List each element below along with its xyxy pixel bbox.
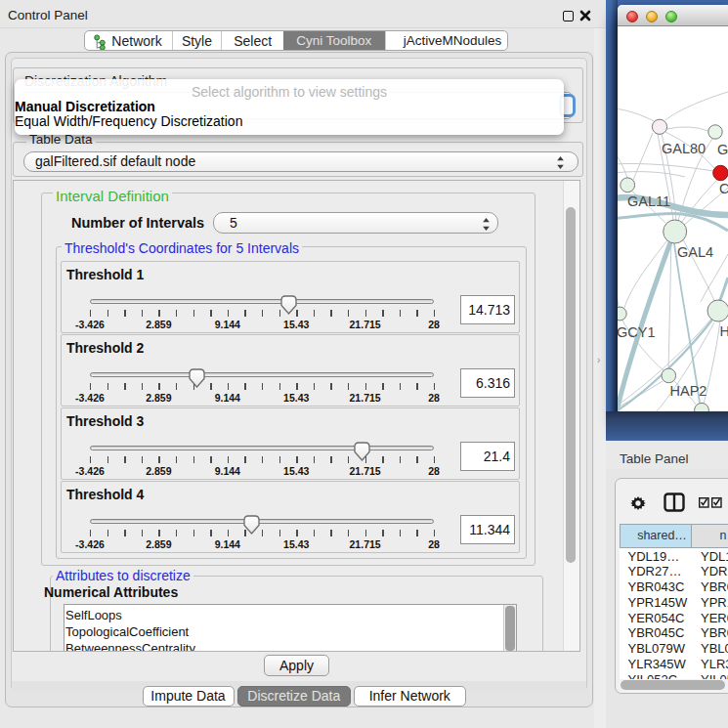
svg-text:HAP2: HAP2	[670, 383, 707, 399]
svg-text:GAL4: GAL4	[677, 244, 713, 260]
svg-text:H: H	[720, 323, 728, 339]
svg-text:GA: GA	[717, 142, 728, 157]
svg-text:C: C	[719, 181, 728, 196]
svg-text:GAL80: GAL80	[662, 141, 706, 156]
svg-text:GCY1: GCY1	[618, 324, 656, 340]
svg-text:GAL11: GAL11	[627, 193, 670, 209]
